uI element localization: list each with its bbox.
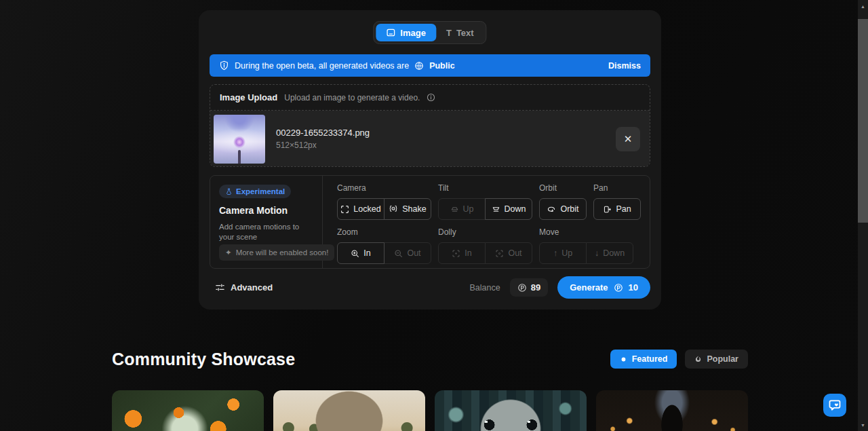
camera-locked-button[interactable]: Locked bbox=[337, 198, 384, 220]
camera-controls: Camera Locked bbox=[323, 176, 650, 268]
showcase-title: Community Showcase bbox=[112, 350, 295, 369]
tilt-group-label: Tilt bbox=[438, 183, 532, 193]
uploaded-image-thumbnail bbox=[214, 115, 265, 164]
remove-file-button[interactable]: ✕ bbox=[616, 127, 640, 151]
text-icon: T bbox=[446, 28, 452, 38]
dolly-in-icon bbox=[452, 249, 460, 258]
tab-image[interactable]: Image bbox=[376, 24, 436, 41]
tilt-down-icon bbox=[492, 205, 500, 214]
showcase-card-oranges[interactable] bbox=[112, 390, 264, 431]
dismiss-button[interactable]: Dismiss bbox=[608, 61, 641, 71]
camera-motion-info: Experimental Camera Motion Add camera mo… bbox=[210, 176, 323, 268]
experimental-badge-label: Experimental bbox=[236, 187, 285, 195]
orbit-group-label: Orbit bbox=[539, 183, 587, 193]
tab-text[interactable]: T Text bbox=[436, 24, 484, 41]
tilt-up-button[interactable]: Up bbox=[438, 198, 486, 220]
showcase-cards bbox=[112, 390, 748, 431]
coin-icon bbox=[614, 283, 623, 293]
pan-group-label: Pan bbox=[593, 183, 641, 193]
balance-value: 89 bbox=[531, 282, 540, 293]
arrow-down-icon: ↓ bbox=[595, 248, 599, 258]
showcase-header: Community Showcase Featured Popular bbox=[112, 346, 748, 372]
featured-label: Featured bbox=[632, 354, 668, 364]
tilt-up-icon bbox=[450, 205, 459, 214]
experimental-badge: Experimental bbox=[219, 185, 291, 198]
footer-right: Balance 89 Generate 10 bbox=[470, 276, 651, 299]
advanced-label: Advanced bbox=[231, 282, 273, 293]
dolly-out-icon bbox=[495, 249, 504, 258]
camera-group-label: Camera bbox=[337, 183, 431, 193]
pan-control-group: Pan Pan bbox=[593, 183, 641, 220]
scroll-down-arrow[interactable]: ▼ bbox=[858, 420, 868, 430]
camera-motion-title: Camera Motion bbox=[219, 205, 313, 216]
tab-text-label: Text bbox=[456, 28, 474, 38]
zoom-out-button[interactable]: Out bbox=[384, 242, 431, 264]
uploaded-file-row: 00229-1655233374.png 512×512px ✕ bbox=[210, 111, 650, 167]
generation-panel: Image T Text During the open beta, all g… bbox=[199, 10, 661, 310]
dolly-in-button[interactable]: In bbox=[438, 242, 486, 264]
upload-header: Image Upload Upload an image to generate… bbox=[210, 85, 650, 111]
image-upload-section[interactable]: Image Upload Upload an image to generate… bbox=[210, 84, 650, 167]
tab-image-label: Image bbox=[400, 28, 426, 38]
shield-info-icon bbox=[219, 60, 229, 71]
chat-heart-icon bbox=[828, 398, 842, 412]
advanced-button[interactable]: Advanced bbox=[215, 282, 273, 293]
info-icon bbox=[427, 93, 435, 102]
showcase-card-alien[interactable] bbox=[435, 390, 587, 431]
arrow-up-icon: ↑ bbox=[553, 248, 557, 258]
page: Image T Text During the open beta, all g… bbox=[0, 0, 868, 431]
zoom-group-label: Zoom bbox=[337, 227, 431, 237]
tilt-down-button[interactable]: Down bbox=[485, 198, 532, 220]
orbit-button[interactable]: Orbit bbox=[539, 198, 587, 220]
banner-message: During the open beta, all generated vide… bbox=[235, 61, 409, 71]
dolly-group-label: Dolly bbox=[438, 227, 532, 237]
file-dimensions: 512×512px bbox=[276, 140, 370, 150]
featured-button[interactable]: Featured bbox=[610, 350, 677, 369]
pan-icon bbox=[603, 205, 612, 214]
orbit-control-group: Orbit Orbit bbox=[539, 183, 587, 220]
orbit-icon bbox=[547, 204, 556, 214]
panel-footer: Advanced Balance 89 Generate 10 bbox=[215, 276, 650, 299]
generate-label: Generate bbox=[570, 282, 608, 293]
popular-button[interactable]: Popular bbox=[685, 350, 748, 369]
camera-control-group: Camera Locked bbox=[337, 183, 431, 220]
showcase-card-alley[interactable] bbox=[596, 390, 748, 431]
close-icon: ✕ bbox=[624, 133, 633, 145]
zoom-out-icon bbox=[394, 249, 403, 258]
camera-motion-description: Add camera motions to your scene bbox=[219, 222, 313, 242]
scrollbar: ▲ ▼ bbox=[858, 0, 868, 431]
move-control-group: Move ↑ Up ↓ Down bbox=[539, 227, 633, 264]
zoom-control-group: Zoom In bbox=[337, 227, 431, 264]
controls-row-2: Zoom In bbox=[337, 227, 650, 264]
dolly-out-button[interactable]: Out bbox=[485, 242, 532, 264]
locked-frame-icon bbox=[340, 205, 349, 214]
image-icon bbox=[386, 28, 395, 37]
banner-visibility: Public bbox=[429, 61, 455, 71]
file-meta: 00229-1655233374.png 512×512px bbox=[276, 128, 370, 150]
controls-row-1: Camera Locked bbox=[337, 183, 650, 220]
upload-title: Image Upload bbox=[220, 92, 277, 102]
generate-cost: 10 bbox=[629, 282, 638, 293]
flask-icon bbox=[225, 188, 233, 195]
upload-subtitle: Upload an image to generate a video. bbox=[284, 93, 420, 102]
showcase-card-elephant[interactable] bbox=[273, 390, 425, 431]
globe-icon bbox=[414, 61, 424, 71]
more-soon-note: ✦ More will be enabled soon! bbox=[219, 244, 334, 261]
balance-pill: 89 bbox=[510, 278, 548, 297]
move-down-button[interactable]: ↓ Down bbox=[586, 242, 633, 264]
move-up-button[interactable]: ↑ Up bbox=[539, 242, 587, 264]
zoom-in-icon bbox=[351, 249, 359, 258]
chat-button[interactable] bbox=[823, 394, 846, 417]
beta-banner: During the open beta, all generated vide… bbox=[210, 54, 650, 77]
tilt-control-group: Tilt Up bbox=[438, 183, 532, 220]
dot-icon bbox=[620, 356, 627, 363]
flame-icon bbox=[694, 355, 702, 363]
scroll-up-arrow[interactable]: ▲ bbox=[858, 1, 868, 11]
camera-shake-button[interactable]: Shake bbox=[384, 198, 431, 220]
pan-button[interactable]: Pan bbox=[593, 198, 641, 220]
move-group-label: Move bbox=[539, 227, 633, 237]
generate-button[interactable]: Generate 10 bbox=[557, 276, 650, 299]
scrollbar-thumb[interactable] bbox=[858, 19, 868, 223]
zoom-in-button[interactable]: In bbox=[337, 242, 384, 264]
mode-tabbar: Image T Text bbox=[373, 21, 486, 44]
